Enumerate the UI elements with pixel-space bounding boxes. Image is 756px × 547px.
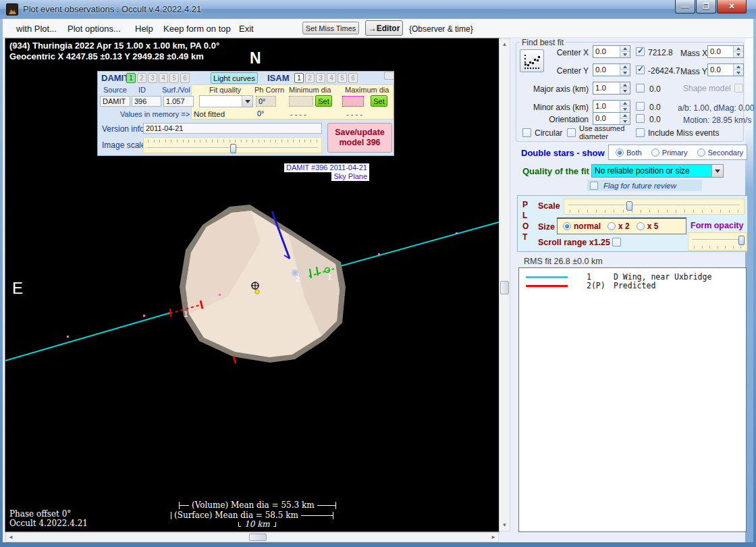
size-normal[interactable]: normal: [563, 222, 601, 231]
size-x5[interactable]: x 5: [637, 222, 659, 231]
center-x-spinner[interactable]: 0.0: [593, 45, 630, 58]
menu-help[interactable]: Help: [135, 24, 153, 34]
minor-axis-updown[interactable]: [620, 101, 630, 112]
title-bar[interactable]: Plot event observations : Occult v.4.202…: [0, 0, 756, 19]
minor-axis-checkbox[interactable]: [636, 102, 645, 111]
center-x-checkbox[interactable]: [636, 47, 645, 56]
menu-plot-options[interactable]: Plot options...: [68, 24, 121, 34]
isam-tab-3[interactable]: 3: [316, 73, 325, 83]
isam-tab-5[interactable]: 5: [338, 73, 347, 83]
primary-radio[interactable]: [651, 149, 659, 157]
scale-thumb[interactable]: [626, 201, 632, 211]
mass-x-value[interactable]: 0.0: [708, 46, 733, 57]
image-scale-slider[interactable]: [143, 137, 322, 153]
damit-tab-1[interactable]: 1: [126, 73, 136, 83]
isam-tab-6[interactable]: 6: [348, 73, 358, 83]
center-x-updown[interactable]: [620, 46, 630, 57]
mass-y-value[interactable]: 0.0: [708, 64, 733, 76]
scroll-right-icon[interactable]: ►: [490, 533, 497, 542]
form-opacity-slider[interactable]: [688, 232, 747, 251]
opacity-thumb[interactable]: [738, 236, 745, 245]
scroll-down-icon[interactable]: ▼: [500, 521, 510, 530]
mass-x-updown[interactable]: [733, 46, 743, 57]
center-y-spinner[interactable]: 0.0: [593, 63, 630, 76]
minimize-button[interactable]: —: [675, 0, 695, 14]
quality-dropdown-arrow[interactable]: [711, 165, 723, 177]
scale-slider[interactable]: [564, 199, 745, 215]
maximize-button[interactable]: ❐: [696, 0, 716, 14]
flag-review-label: Flag for future review: [603, 182, 676, 190]
chord1-exit-number: 1: [327, 273, 332, 282]
id-field[interactable]: 396: [132, 96, 161, 107]
center-y-value[interactable]: 0.0: [593, 64, 620, 76]
orientation-value[interactable]: 0.0: [593, 113, 620, 124]
major-axis-updown[interactable]: [620, 82, 630, 94]
center-x-value[interactable]: 0.0: [593, 46, 620, 57]
secondary-radio[interactable]: [697, 149, 705, 157]
damit-tab-4[interactable]: 4: [159, 73, 168, 83]
observer-list[interactable]: 1 D Wing, near Uxbridge 2(P) Predicted: [518, 267, 747, 532]
double-stars-primary[interactable]: Primary: [651, 149, 688, 157]
mass-x-spinner[interactable]: 0.0: [707, 45, 744, 58]
orientation-updown[interactable]: [620, 113, 630, 124]
find-best-fit-button[interactable]: [520, 49, 544, 72]
scroll-up-icon[interactable]: ▲: [500, 40, 510, 49]
menu-exit[interactable]: Exit: [239, 24, 254, 34]
center-y-updown[interactable]: [620, 64, 630, 76]
orientation-checkbox[interactable]: [636, 114, 645, 123]
shape-model-checkbox: [734, 84, 743, 93]
both-radio[interactable]: [616, 149, 624, 157]
menu-with-plot[interactable]: with Plot...: [16, 24, 57, 34]
double-stars-secondary[interactable]: Secondary: [697, 149, 744, 157]
include-miss-checkbox[interactable]: [636, 128, 645, 137]
panel-collapse-button[interactable]: [384, 72, 394, 80]
major-axis-checkbox[interactable]: [636, 84, 645, 93]
major-axis-value[interactable]: 1.0: [593, 82, 620, 94]
dropdown-arrow-icon[interactable]: [242, 96, 252, 107]
size-x2[interactable]: x 2: [608, 222, 630, 231]
size-normal-radio[interactable]: [563, 222, 571, 230]
horizontal-scroll-thumb[interactable]: [249, 533, 267, 541]
isam-tab-4[interactable]: 4: [327, 73, 336, 83]
mass-y-spinner[interactable]: 0.0: [707, 63, 744, 76]
size-x2-radio[interactable]: [608, 222, 616, 230]
version-info-field[interactable]: 2011-04-21: [143, 123, 322, 134]
flag-review-checkbox[interactable]: [590, 182, 598, 190]
orientation-spinner[interactable]: 0.0: [593, 112, 630, 125]
size-x5-radio[interactable]: [637, 222, 645, 230]
quality-dropdown[interactable]: No reliable position or size: [591, 164, 724, 178]
vertical-scroll-thumb[interactable]: [500, 281, 509, 294]
isam-tab-1[interactable]: 1: [294, 73, 304, 83]
max-dia-field[interactable]: [342, 96, 364, 107]
damit-tab-6[interactable]: 6: [180, 73, 190, 83]
close-button[interactable]: ✕: [717, 0, 747, 14]
major-axis-spinner[interactable]: 1.0: [593, 82, 630, 95]
assumed-diameter-checkbox[interactable]: [567, 128, 576, 137]
light-curves-button[interactable]: Light curves: [211, 72, 258, 84]
menu-keep-on-top[interactable]: Keep form on top: [163, 24, 231, 34]
mass-y-updown[interactable]: [733, 64, 743, 76]
damit-tab-5[interactable]: 5: [169, 73, 179, 83]
plot-vertical-scrollbar[interactable]: ▲ ▼: [499, 38, 510, 531]
set-max-dia-button[interactable]: Set: [371, 95, 387, 107]
fit-quality-dropdown[interactable]: [199, 95, 253, 107]
double-stars-both[interactable]: Both: [616, 149, 642, 157]
minor-axis-spinner[interactable]: 1.0: [593, 100, 630, 113]
set-miss-times-button[interactable]: Set Miss Times: [302, 22, 359, 34]
damit-tab-3[interactable]: 3: [148, 73, 157, 83]
circular-checkbox[interactable]: [522, 128, 531, 137]
save-update-model-button[interactable]: Save/update model 396: [327, 123, 392, 153]
center-y-checkbox[interactable]: [636, 66, 645, 74]
minor-axis-value[interactable]: 1.0: [593, 101, 620, 112]
ph-corrn-field[interactable]: 0°: [256, 96, 276, 107]
scroll-left-icon[interactable]: ◄: [7, 533, 14, 542]
image-scale-thumb[interactable]: [230, 144, 236, 153]
plot-horizontal-scrollbar[interactable]: ◄ ►: [5, 532, 499, 542]
editor-button[interactable]: →Editor: [365, 20, 403, 36]
sky-plane-plot[interactable]: (934) Thuringia 2022 Apr 15 1.00 x 1.00 …: [5, 38, 499, 531]
set-min-dia-button[interactable]: Set: [315, 95, 332, 107]
damit-tab-2[interactable]: 2: [137, 73, 146, 83]
min-dia-field[interactable]: [289, 96, 313, 107]
scroll-range-checkbox[interactable]: [612, 238, 621, 246]
isam-tab-2[interactable]: 2: [305, 73, 315, 83]
